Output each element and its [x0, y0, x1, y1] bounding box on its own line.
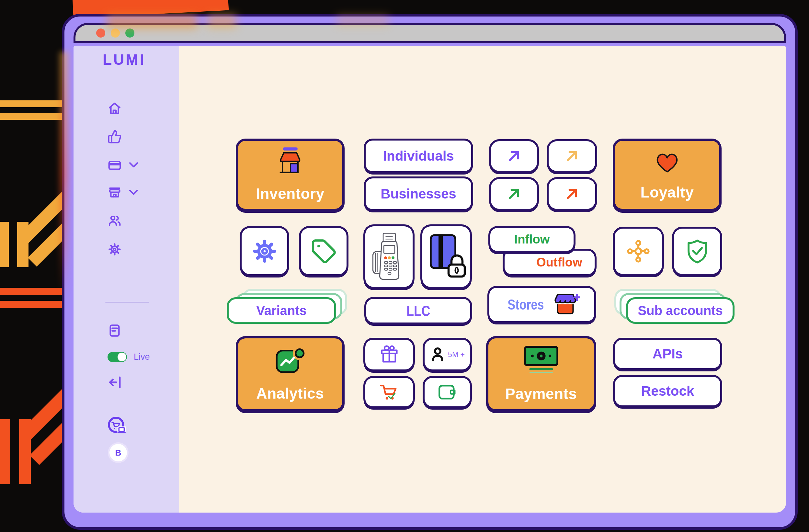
live-toggle[interactable] [107, 352, 127, 362]
sub-accounts-label: Sub accounts [638, 304, 723, 318]
businesses-button[interactable]: Businesses [364, 176, 473, 211]
avatar[interactable]: B [109, 444, 127, 461]
orders-button[interactable] [363, 376, 415, 408]
window-content: LUMI [73, 46, 786, 513]
wallet-icon [437, 383, 457, 401]
stores-label: Stores [507, 297, 544, 313]
payments-card[interactable]: Payments [486, 336, 596, 412]
chevron-down-icon[interactable] [129, 189, 138, 195]
growth-green-button[interactable] [489, 177, 539, 211]
sidebar-item-customers[interactable] [107, 214, 122, 228]
variants-button[interactable]: Variants [227, 297, 336, 324]
stores-button[interactable]: Stores [487, 286, 596, 323]
logout-button[interactable] [107, 375, 122, 389]
variants-label: Variants [256, 304, 307, 318]
storefront-icon [107, 186, 122, 200]
pos-terminal-button[interactable] [363, 224, 415, 289]
receipt-icon [107, 324, 122, 338]
shield-check-icon [684, 238, 710, 264]
avatar-initial: B [115, 448, 121, 458]
security-button[interactable] [672, 227, 722, 276]
businesses-label: Businesses [380, 186, 456, 202]
integrations-button[interactable] [613, 227, 664, 276]
card-lock-icon [427, 233, 466, 281]
cart-check-icon [379, 383, 400, 401]
add-store-icon [552, 293, 580, 316]
apis-label: APIs [653, 346, 683, 362]
analytics-label: Analytics [256, 385, 324, 402]
sidebar-item-cards[interactable] [107, 158, 122, 172]
arrow-up-right-icon [564, 186, 580, 202]
analytics-card[interactable]: Analytics [236, 336, 345, 412]
restock-label: Restock [641, 383, 694, 399]
inventory-card[interactable]: Inventory [236, 139, 345, 211]
hub-icon [625, 238, 652, 264]
payments-label: Payments [505, 385, 577, 402]
main-grid: Inventory Individuals Businesses [179, 46, 786, 513]
wallet-button[interactable] [423, 376, 472, 408]
gift-icon [379, 344, 399, 365]
outflow-label: Outflow [536, 256, 582, 270]
arrow-up-right-icon [564, 148, 580, 164]
restock-button[interactable]: Restock [613, 375, 722, 407]
loyalty-label: Loyalty [641, 184, 694, 201]
arrow-up-right-icon [506, 148, 522, 164]
tag-icon [311, 238, 337, 264]
tags-button[interactable] [299, 226, 348, 276]
lumi-logo: LUMI [103, 51, 145, 68]
growth-purple-button[interactable] [489, 139, 539, 173]
thumbs-up-icon [107, 130, 122, 144]
sidebar: LUMI [73, 46, 179, 513]
sidebar-item-settings[interactable] [107, 242, 122, 256]
logout-icon [107, 375, 122, 390]
sidebar-item-likes[interactable] [107, 130, 122, 144]
sidebar-item-store[interactable] [107, 186, 122, 200]
person-icon [430, 346, 447, 363]
gifts-button[interactable] [363, 338, 415, 372]
sidebar-divider [105, 302, 149, 303]
window-titlebar [73, 23, 786, 43]
home-icon [107, 101, 122, 116]
inflow-button[interactable]: Inflow [488, 226, 575, 253]
inflow-label: Inflow [514, 233, 550, 246]
loyalty-card[interactable]: Loyalty [613, 139, 722, 211]
settings-button[interactable] [240, 226, 289, 276]
heart-icon [652, 149, 682, 174]
five-m-label: 5M + [448, 350, 465, 359]
analytics-icon [274, 346, 306, 376]
sidebar-item-reports[interactable] [107, 324, 122, 338]
toggle-knob [118, 353, 126, 361]
app-window: LUMI [62, 14, 798, 530]
secure-card-button[interactable] [420, 224, 472, 289]
chevron-down-icon[interactable] [129, 162, 138, 168]
growth-amber-button[interactable] [547, 139, 597, 173]
apis-button[interactable]: APIs [613, 338, 722, 370]
arrow-up-right-icon [506, 186, 522, 202]
sidebar-item-home[interactable] [107, 101, 122, 116]
llc-label: LLC [407, 302, 430, 320]
store-icon [274, 147, 306, 176]
individuals-label: Individuals [383, 148, 454, 164]
banknote-icon [521, 345, 562, 376]
live-label: Live [134, 352, 150, 362]
growth-orange-button[interactable] [547, 177, 597, 211]
close-button[interactable] [96, 29, 105, 37]
llc-button[interactable]: LLC [364, 297, 472, 324]
sub-accounts-button[interactable]: Sub accounts [626, 297, 735, 324]
users-icon [107, 214, 122, 228]
expand-button[interactable] [125, 29, 134, 37]
gear-icon [251, 238, 278, 265]
inventory-label: Inventory [256, 185, 325, 202]
pos-terminal-icon [370, 231, 408, 282]
credit-card-icon [107, 158, 122, 172]
minimize-button[interactable] [111, 29, 120, 37]
customers-count-button[interactable]: 5M + [423, 338, 472, 372]
commerce-button[interactable] [107, 416, 127, 435]
gear-icon [107, 242, 122, 256]
commerce-cart-icon [107, 416, 127, 435]
individuals-button[interactable]: Individuals [364, 139, 473, 173]
